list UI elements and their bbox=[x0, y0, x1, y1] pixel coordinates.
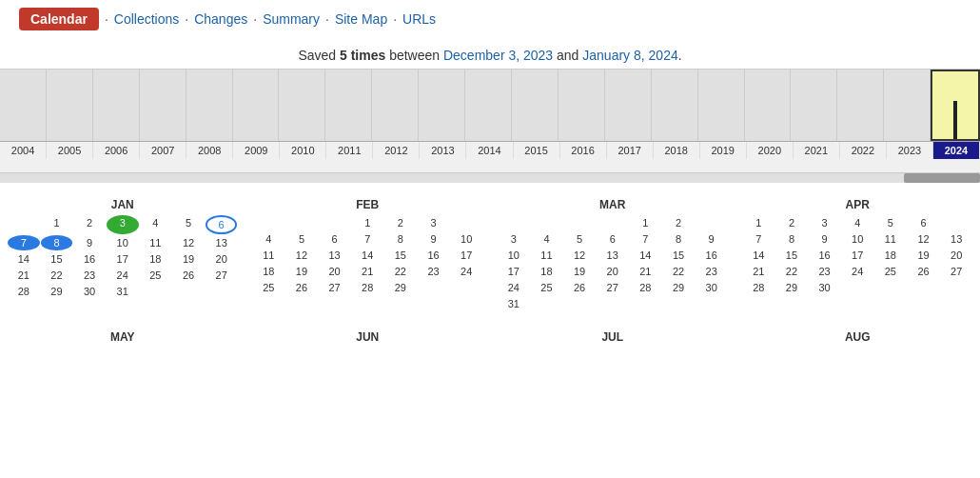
nav-urls-link[interactable]: URLs bbox=[402, 11, 436, 27]
cal-cell[interactable]: 30 bbox=[809, 280, 841, 295]
cal-cell[interactable]: 3 bbox=[809, 215, 841, 230]
cal-cell[interactable]: 12 bbox=[908, 231, 940, 247]
cal-cell[interactable]: 29 bbox=[662, 280, 695, 295]
cal-cell[interactable]: 16 bbox=[73, 251, 106, 267]
cal-cell[interactable]: 15 bbox=[775, 248, 808, 263]
cal-cell[interactable]: 6 bbox=[206, 215, 238, 234]
timeline-bar-2020[interactable] bbox=[745, 70, 792, 141]
cal-cell[interactable]: 17 bbox=[107, 251, 139, 267]
timeline-label-2019[interactable]: 2019 bbox=[700, 142, 747, 159]
cal-cell[interactable]: 10 bbox=[450, 231, 482, 247]
cal-cell[interactable]: 22 bbox=[662, 264, 695, 279]
cal-cell[interactable]: 19 bbox=[172, 251, 205, 267]
timeline-label-2006[interactable]: 2006 bbox=[93, 142, 140, 159]
cal-cell[interactable]: 14 bbox=[630, 248, 662, 263]
cal-cell[interactable]: 29 bbox=[384, 280, 417, 295]
cal-cell[interactable]: 17 bbox=[841, 248, 873, 263]
cal-cell[interactable]: 1 bbox=[630, 215, 662, 230]
cal-cell[interactable]: 3 bbox=[498, 231, 530, 247]
timeline-bar-2012[interactable] bbox=[372, 70, 419, 141]
timeline-bar-2011[interactable] bbox=[325, 70, 372, 141]
cal-cell[interactable]: 9 bbox=[418, 231, 450, 247]
cal-cell[interactable]: 21 bbox=[630, 264, 662, 279]
cal-cell[interactable]: 6 bbox=[319, 231, 351, 247]
cal-cell[interactable]: 20 bbox=[597, 264, 629, 279]
cal-cell[interactable]: 14 bbox=[8, 251, 40, 267]
cal-cell[interactable]: 5 bbox=[172, 215, 205, 234]
calendar-button[interactable]: Calendar bbox=[19, 8, 99, 30]
timeline-bar-2022[interactable] bbox=[837, 70, 884, 141]
cal-cell[interactable]: 11 bbox=[531, 248, 563, 263]
cal-cell[interactable]: 11 bbox=[253, 248, 285, 263]
timeline-bar-2016[interactable] bbox=[559, 70, 605, 141]
cal-cell[interactable]: 9 bbox=[73, 235, 106, 250]
nav-collections-link[interactable]: Collections bbox=[114, 11, 179, 27]
cal-cell[interactable]: 4 bbox=[140, 215, 172, 234]
timeline-label-2017[interactable]: 2017 bbox=[607, 142, 654, 159]
cal-cell[interactable]: 16 bbox=[809, 248, 841, 263]
timeline-label-2023[interactable]: 2023 bbox=[887, 142, 933, 159]
timeline-bar-2013[interactable] bbox=[419, 70, 465, 141]
cal-cell[interactable]: 27 bbox=[319, 280, 351, 295]
cal-cell[interactable]: 10 bbox=[841, 231, 873, 247]
cal-cell[interactable]: 13 bbox=[319, 248, 351, 263]
cal-cell[interactable]: 22 bbox=[41, 268, 73, 283]
cal-cell[interactable]: 22 bbox=[384, 264, 417, 279]
cal-cell[interactable]: 25 bbox=[140, 268, 172, 283]
cal-cell[interactable]: 31 bbox=[498, 296, 530, 311]
cal-cell[interactable]: 7 bbox=[630, 231, 662, 247]
cal-cell[interactable]: 4 bbox=[841, 215, 873, 230]
cal-cell[interactable]: 3 bbox=[107, 215, 139, 234]
cal-cell[interactable]: 3 bbox=[418, 215, 450, 230]
cal-cell[interactable]: 13 bbox=[206, 235, 238, 250]
cal-cell[interactable]: 27 bbox=[597, 280, 629, 295]
cal-cell[interactable]: 31 bbox=[107, 284, 139, 299]
cal-cell[interactable]: 24 bbox=[841, 264, 873, 279]
cal-cell[interactable]: 28 bbox=[630, 280, 662, 295]
cal-cell[interactable]: 24 bbox=[107, 268, 139, 283]
cal-cell[interactable]: 25 bbox=[531, 280, 563, 295]
cal-cell[interactable]: 1 bbox=[743, 215, 775, 230]
timeline-label-2005[interactable]: 2005 bbox=[47, 142, 93, 159]
cal-cell[interactable]: 15 bbox=[384, 248, 417, 263]
cal-cell[interactable]: 26 bbox=[285, 280, 318, 295]
timeline-bar-2015[interactable] bbox=[512, 70, 559, 141]
cal-cell[interactable]: 4 bbox=[253, 231, 285, 247]
cal-cell[interactable]: 23 bbox=[696, 264, 728, 279]
cal-cell[interactable]: 18 bbox=[531, 264, 563, 279]
cal-cell[interactable]: 23 bbox=[809, 264, 841, 279]
cal-cell[interactable]: 14 bbox=[351, 248, 383, 263]
cal-cell[interactable]: 8 bbox=[775, 231, 808, 247]
timeline-bar-2005[interactable] bbox=[47, 70, 93, 141]
cal-cell[interactable]: 21 bbox=[351, 264, 383, 279]
cal-cell[interactable]: 30 bbox=[73, 284, 106, 299]
cal-cell[interactable]: 24 bbox=[450, 264, 482, 279]
cal-cell[interactable]: 10 bbox=[107, 235, 139, 250]
cal-cell[interactable]: 7 bbox=[8, 235, 40, 250]
timeline-label-2021[interactable]: 2021 bbox=[794, 142, 840, 159]
cal-cell[interactable]: 26 bbox=[172, 268, 205, 283]
cal-cell[interactable]: 5 bbox=[285, 231, 318, 247]
timeline-bar-2017[interactable] bbox=[605, 70, 652, 141]
cal-cell[interactable]: 12 bbox=[563, 248, 596, 263]
cal-cell[interactable]: 28 bbox=[8, 284, 40, 299]
cal-cell[interactable]: 9 bbox=[696, 231, 728, 247]
timeline-bar-2007[interactable] bbox=[140, 70, 186, 141]
timeline-bar-2018[interactable] bbox=[652, 70, 698, 141]
timeline-bar-2021[interactable] bbox=[791, 70, 837, 141]
cal-cell[interactable]: 25 bbox=[874, 264, 907, 279]
cal-cell[interactable]: 9 bbox=[809, 231, 841, 247]
timeline-bar-2006[interactable] bbox=[93, 70, 140, 141]
nav-sitemap-link[interactable]: Site Map bbox=[335, 11, 387, 27]
nav-changes-link[interactable]: Changes bbox=[194, 11, 247, 27]
cal-cell[interactable]: 11 bbox=[874, 231, 907, 247]
cal-cell[interactable]: 16 bbox=[696, 248, 728, 263]
cal-cell[interactable]: 21 bbox=[8, 268, 40, 283]
cal-cell[interactable]: 12 bbox=[285, 248, 318, 263]
cal-cell[interactable]: 6 bbox=[597, 231, 629, 247]
cal-cell[interactable]: 20 bbox=[206, 251, 238, 267]
timeline-label-2008[interactable]: 2008 bbox=[186, 142, 233, 159]
cal-cell[interactable]: 2 bbox=[775, 215, 808, 230]
cal-cell[interactable]: 18 bbox=[140, 251, 172, 267]
timeline-label-2004[interactable]: 2004 bbox=[0, 142, 47, 159]
